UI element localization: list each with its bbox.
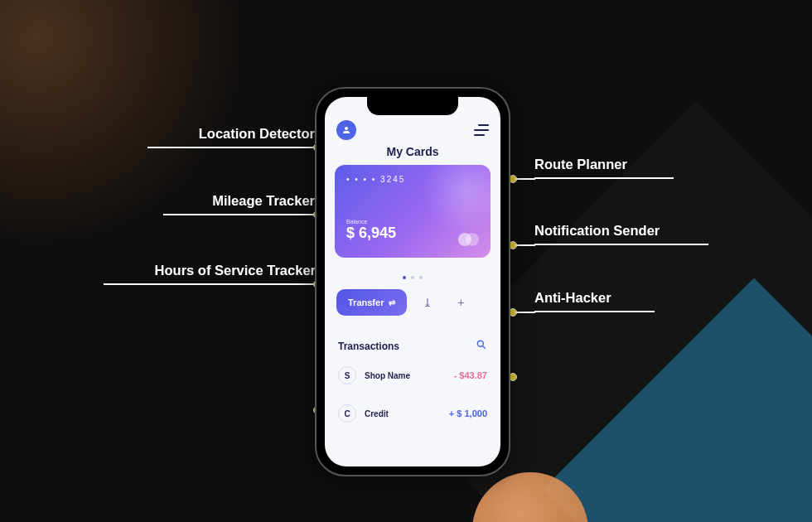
callout-label: Route Planner (534, 157, 627, 172)
callout-underline (534, 177, 674, 179)
card-balance-label: Balance (346, 219, 479, 225)
callout-connector (515, 312, 535, 313)
callout-anti-hacker: Anti-Hacker (534, 290, 655, 312)
svg-point-0 (477, 341, 483, 346)
card-number-masked: • • • • 3245 (346, 175, 479, 184)
bg-circle-orange (472, 472, 588, 522)
transfer-button[interactable]: Transfer ⇄ (336, 289, 407, 316)
callout-connector (515, 244, 535, 246)
transactions-header: Transactions (325, 316, 500, 356)
download-icon: ⤓ (423, 296, 433, 309)
transaction-amount: + $ 1,000 (449, 408, 487, 418)
carousel-dots (325, 268, 500, 283)
phone-screen: My Cards • • • • 3245 Balance $ 6,945 Tr… (325, 97, 500, 466)
add-button[interactable]: + (448, 290, 473, 315)
phone-frame: My Cards • • • • 3245 Balance $ 6,945 Tr… (315, 87, 510, 476)
callout-underline (534, 244, 708, 245)
search-icon[interactable] (476, 339, 487, 353)
callout-underline (104, 283, 316, 285)
transaction-badge: S (338, 366, 356, 384)
transaction-row[interactable]: S Shop Name - $43.87 (325, 356, 500, 394)
callout-hours-of-service: Hours of Service Tracker (104, 263, 316, 285)
callout-label: Location Detector (199, 126, 315, 141)
plus-icon: + (457, 296, 464, 309)
callout-label: Hours of Service Tracker (155, 263, 316, 278)
callout-underline (147, 147, 315, 148)
callout-label: Anti-Hacker (534, 290, 611, 305)
callout-mileage-tracker: Mileage Tracker (163, 193, 315, 215)
transfer-button-label: Transfer (348, 297, 384, 307)
card-balance: $ 6,945 (346, 225, 479, 242)
transaction-row[interactable]: C Credit + $ 1,000 (325, 394, 500, 433)
settings-icon[interactable] (474, 124, 489, 136)
callout-label: Mileage Tracker (212, 193, 315, 208)
mastercard-icon (458, 233, 479, 246)
callout-route-planner: Route Planner (534, 157, 674, 179)
callout-notification-sender: Notification Sender (534, 223, 708, 245)
transactions-title: Transactions (338, 341, 399, 352)
transaction-badge: C (338, 404, 356, 423)
avatar-button[interactable] (336, 120, 356, 140)
phone-notch (367, 97, 458, 115)
swap-icon: ⇄ (389, 298, 395, 307)
callout-connector (515, 178, 535, 180)
user-icon (341, 125, 351, 135)
transaction-amount: - $43.87 (454, 370, 487, 380)
transaction-name: Shop Name (365, 371, 410, 380)
callout-underline (163, 214, 315, 215)
card-actions: Transfer ⇄ ⤓ + (325, 289, 500, 316)
callout-underline (534, 311, 655, 312)
svg-line-1 (483, 346, 486, 349)
bank-card[interactable]: • • • • 3245 Balance $ 6,945 (335, 165, 491, 258)
page-title: My Cards (325, 145, 500, 158)
callout-location-detector: Location Detector (147, 126, 315, 148)
transaction-name: Credit (365, 409, 389, 418)
bg-diamond-blue (543, 278, 812, 522)
download-button[interactable]: ⤓ (415, 290, 440, 315)
callout-label: Notification Sender (534, 223, 660, 238)
